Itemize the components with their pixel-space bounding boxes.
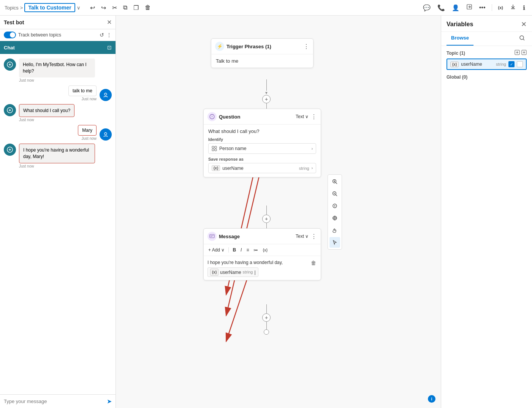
question-icon: ? (207, 112, 217, 121)
msg-var-badge: (x) (210, 269, 218, 276)
trigger-text: Talk to me (216, 58, 238, 64)
vars-tab-browse[interactable]: Browse (446, 32, 473, 46)
align-btn[interactable]: ≡ (245, 247, 250, 253)
svg-point-24 (520, 36, 524, 40)
cut-button[interactable]: ✂ (110, 3, 119, 13)
add-node-btn-3[interactable]: + (262, 313, 271, 322)
arrows-overlay (116, 16, 441, 408)
info-dot[interactable]: i (428, 395, 435, 403)
bot-text-2: What should I call you? (23, 108, 70, 113)
undo-button[interactable]: ↩ (88, 3, 97, 13)
svg-rect-11 (212, 149, 214, 151)
trigger-menu-btn[interactable]: ⋮ (303, 43, 309, 50)
info-icon-btn[interactable]: ℹ (521, 3, 527, 13)
add-node-btn-2[interactable]: + (262, 215, 271, 223)
vars-tabs: Browse (441, 32, 532, 46)
message-menu-btn[interactable]: ⋮ (311, 233, 317, 240)
bot-message-3: I hope you're having a wonderful day, Ma… (4, 144, 112, 168)
message-var-row[interactable]: (x) userName string | (207, 267, 258, 277)
chat-tab-label[interactable]: Chat (4, 45, 15, 51)
target-btn[interactable] (329, 213, 340, 223)
copy-button[interactable]: ⧉ (121, 3, 129, 12)
trigger-node-header: ⚡ Trigger Phrases (1) ⋮ (211, 39, 313, 54)
current-topic-label[interactable]: Talk to Customer (24, 3, 75, 12)
bold-btn[interactable]: B (231, 247, 238, 253)
question-type[interactable]: Text ∨ (296, 114, 309, 119)
var-item-username[interactable]: (x) userName string ✓ (446, 59, 527, 70)
hand-btn[interactable] (329, 225, 340, 236)
more-icon[interactable]: ⋮ (106, 32, 112, 38)
list-btn[interactable]: ≔ (252, 247, 260, 253)
svg-rect-12 (215, 149, 217, 151)
vars-icon-btn[interactable]: (x) (496, 4, 505, 11)
bot-avatar-1 (4, 59, 16, 71)
send-button[interactable]: ➤ (107, 398, 112, 405)
identify-row[interactable]: Person name › (208, 143, 316, 154)
var-item-check[interactable]: ✓ (508, 61, 515, 67)
vars-section-actions (515, 50, 527, 56)
italic-btn[interactable]: I (239, 247, 243, 253)
canvas-area[interactable]: ⚡ Trigger Phrases (1) ⋮ Talk to me ▼ + ▼ (116, 16, 441, 408)
redo-button[interactable]: ↪ (99, 3, 108, 13)
user-bubble-2: Mary (78, 125, 97, 136)
refresh-icon[interactable]: ↺ (100, 32, 104, 38)
bot-time-2: Just now (19, 118, 74, 122)
more-icon-btn[interactable]: ••• (477, 3, 488, 13)
chat-icon-btn[interactable]: 💬 (421, 3, 433, 13)
bot-avatar-3 (4, 144, 16, 156)
vars-search-icon[interactable] (518, 32, 527, 46)
var-item-type: string (496, 62, 506, 66)
vars-topic-section: Topic (1) (x) userName string ✓ (441, 46, 532, 73)
breadcrumb-topics[interactable]: Topics (5, 5, 19, 11)
phone-icon-btn[interactable]: 📞 (435, 3, 447, 13)
chat-panel-header: Test bot ✕ (0, 16, 116, 29)
delete-content-btn[interactable]: 🗑 (311, 260, 316, 266)
add-node-btn-1[interactable]: + (262, 95, 271, 103)
question-title: Question (219, 114, 293, 120)
chat-panel-close[interactable]: ✕ (107, 19, 112, 26)
bot-text-3: I hope you're having a wonderful day, Ma… (23, 147, 89, 159)
message-type[interactable]: Text ∨ (296, 234, 309, 239)
vars-close-btn[interactable]: ✕ (521, 20, 527, 28)
trigger-body: Talk to me (211, 54, 313, 68)
question-menu-btn[interactable]: ⋮ (311, 113, 317, 120)
question-text: What should I call you? (208, 128, 316, 134)
chat-panel: Test bot ✕ Track between topics ↺ ⋮ Chat… (0, 16, 116, 408)
add-content-btn[interactable]: + Add ∨ (207, 247, 226, 253)
breadcrumb-sep: > (20, 5, 23, 11)
delete-button[interactable]: 🗑 (143, 3, 153, 12)
bot-bubble-1: Hello, I'm MyTestbot. How can I help? (19, 59, 95, 77)
svg-rect-13 (210, 234, 214, 238)
var-item-checkbox[interactable] (517, 61, 523, 67)
var-insert-btn[interactable]: {x} (261, 247, 269, 253)
zoom-in-btn[interactable] (329, 176, 340, 187)
track-topics-toggle[interactable] (4, 32, 16, 38)
chat-input[interactable] (4, 399, 104, 404)
person-grid-icon (212, 146, 217, 151)
vars-export-btn[interactable] (515, 50, 520, 56)
share-icon-btn[interactable] (464, 2, 475, 13)
msg-var-name: userName (220, 269, 241, 276)
message-title: Message (219, 234, 293, 239)
message-content: 🗑 I hope you're having a wonderful day, … (204, 256, 321, 280)
zoom-out-btn[interactable] (329, 188, 340, 199)
bot-time-1: Just now (19, 78, 95, 82)
question-body: What should I call you? Identify Person … (204, 125, 321, 177)
save-var-row[interactable]: (x) userName string › (208, 163, 316, 173)
message-toolbar: + Add ∨ B I ≡ ≔ {x} (204, 244, 321, 256)
cursor-btn[interactable] (329, 237, 340, 248)
topbar-right-icons: 💬 📞 👤 ••• (x) ℹ (421, 2, 527, 13)
paste-button[interactable]: ❐ (131, 3, 141, 13)
topic-chevron[interactable]: ∨ (77, 5, 81, 11)
export-icon-btn[interactable] (508, 2, 518, 13)
save-var-name: userName (222, 166, 297, 171)
chat-pin-icon[interactable]: ⊡ (107, 44, 112, 51)
fit-btn[interactable] (329, 201, 340, 211)
question-node: ? Question Text ∨ ⋮ What should I call y… (203, 109, 321, 177)
msg-var-type: string (243, 269, 253, 275)
vars-import-btn[interactable] (521, 50, 527, 56)
person-icon-btn[interactable]: 👤 (450, 3, 462, 13)
user-text-1: talk to me (73, 88, 92, 93)
end-circle (264, 329, 269, 335)
svg-point-2 (104, 93, 107, 95)
